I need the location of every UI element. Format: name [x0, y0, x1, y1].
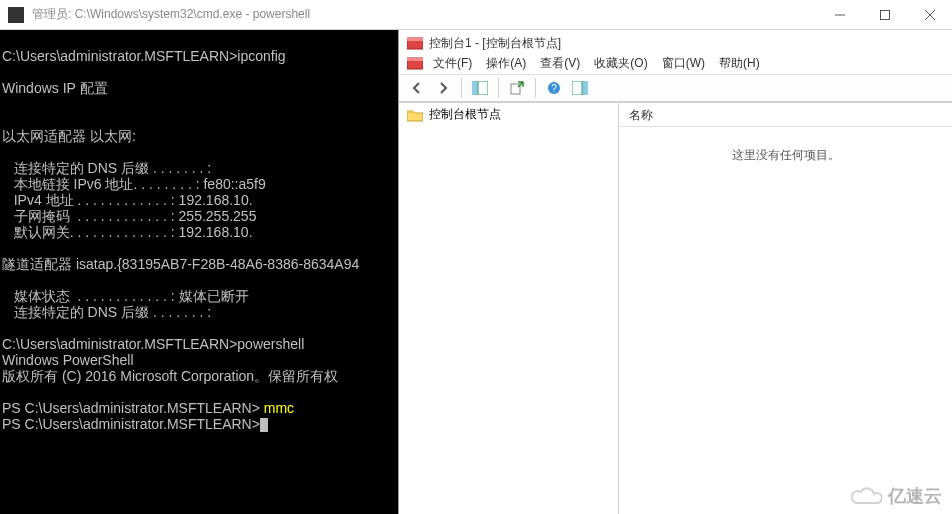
maximize-button[interactable]: [862, 0, 907, 30]
console-line: PS C:\Users\administrator.MSFTLEARN> mmc: [2, 400, 294, 416]
menu-favorites[interactable]: 收藏夹(O): [588, 53, 653, 74]
console-line: 子网掩码 . . . . . . . . . . . . : 255.255.2…: [2, 208, 256, 224]
toolbar-separator: [461, 78, 462, 98]
close-button[interactable]: [907, 0, 952, 30]
mmc-body: 控制台根节点 名称 这里没有任何项目。: [399, 102, 952, 514]
cmd-icon: [8, 7, 24, 23]
menu-action[interactable]: 操作(A): [480, 53, 532, 74]
tree-root-item[interactable]: 控制台根节点: [399, 103, 618, 126]
forward-button[interactable]: [431, 77, 455, 99]
console-line: 以太网适配器 以太网:: [2, 128, 136, 144]
menu-view[interactable]: 查看(V): [534, 53, 586, 74]
console-line: 本地链接 IPv6 地址. . . . . . . . : fe80::a5f9: [2, 176, 266, 192]
window-titlebar: 管理员: C:\Windows\system32\cmd.exe - power…: [0, 0, 952, 30]
console-line: 隧道适配器 isatap.{83195AB7-F28B-48A6-8386-86…: [2, 256, 359, 272]
back-button[interactable]: [405, 77, 429, 99]
window-controls: [817, 0, 952, 30]
console-line: C:\Users\administrator.MSFTLEARN>ipconfi…: [2, 48, 286, 64]
console-line: 连接特定的 DNS 后缀 . . . . . . . :: [2, 304, 211, 320]
svg-rect-4: [407, 58, 423, 61]
console-line: C:\Users\administrator.MSFTLEARN>powersh…: [2, 336, 304, 352]
console-line: 连接特定的 DNS 后缀 . . . . . . . :: [2, 160, 211, 176]
svg-rect-12: [582, 81, 588, 95]
watermark: 亿速云: [848, 484, 942, 508]
console-line: 默认网关. . . . . . . . . . . . . : 192.168.…: [2, 224, 253, 240]
svg-text:?: ?: [551, 83, 557, 94]
mmc-title: 控制台1 - [控制台根节点]: [429, 35, 561, 52]
help-button[interactable]: ?: [542, 77, 566, 99]
showhide-tree-button[interactable]: [468, 77, 492, 99]
mmc-window: 控制台1 - [控制台根节点] 文件(F) 操作(A) 查看(V) 收藏夹(O)…: [398, 30, 952, 514]
console-line: Windows IP 配置: [2, 80, 108, 96]
console-line: 媒体状态 . . . . . . . . . . . . : 媒体已断开: [2, 288, 249, 304]
toolbar-separator: [498, 78, 499, 98]
mmc-app-icon: [407, 36, 423, 50]
show-hide-action-pane-button[interactable]: [568, 77, 592, 99]
cloud-icon: [848, 485, 882, 507]
tree-root-label: 控制台根节点: [429, 106, 501, 123]
console-output[interactable]: C:\Users\administrator.MSFTLEARN>ipconfi…: [0, 30, 398, 514]
svg-rect-0: [880, 10, 889, 19]
typed-command: mmc: [264, 400, 294, 416]
minimize-button[interactable]: [817, 0, 862, 30]
menu-window[interactable]: 窗口(W): [656, 53, 711, 74]
console-line: IPv4 地址 . . . . . . . . . . . . : 192.16…: [2, 192, 253, 208]
tree-pane[interactable]: 控制台根节点: [399, 103, 619, 514]
cursor: [260, 418, 268, 432]
console-line: 版权所有 (C) 2016 Microsoft Corporation。保留所有…: [2, 368, 338, 384]
folder-icon: [407, 108, 423, 122]
svg-rect-2: [407, 38, 423, 41]
menu-help[interactable]: 帮助(H): [713, 53, 766, 74]
watermark-text: 亿速云: [888, 484, 942, 508]
toolbar-separator: [535, 78, 536, 98]
mmc-toolbar: ?: [399, 74, 952, 102]
svg-rect-6: [472, 81, 478, 95]
window-title: 管理员: C:\Windows\system32\cmd.exe - power…: [32, 6, 817, 23]
mmc-doc-icon: [407, 56, 423, 70]
console-line: Windows PowerShell: [2, 352, 134, 368]
export-list-button[interactable]: [505, 77, 529, 99]
detail-column-header[interactable]: 名称: [619, 103, 952, 127]
detail-pane: 名称 这里没有任何项目。: [619, 103, 952, 514]
console-prompt: PS C:\Users\administrator.MSFTLEARN>: [2, 416, 268, 432]
mmc-menubar: 文件(F) 操作(A) 查看(V) 收藏夹(O) 窗口(W) 帮助(H): [399, 52, 952, 74]
mmc-titlebar: 控制台1 - [控制台根节点]: [399, 30, 952, 52]
menu-file[interactable]: 文件(F): [427, 53, 478, 74]
detail-empty-text: 这里没有任何项目。: [619, 127, 952, 514]
